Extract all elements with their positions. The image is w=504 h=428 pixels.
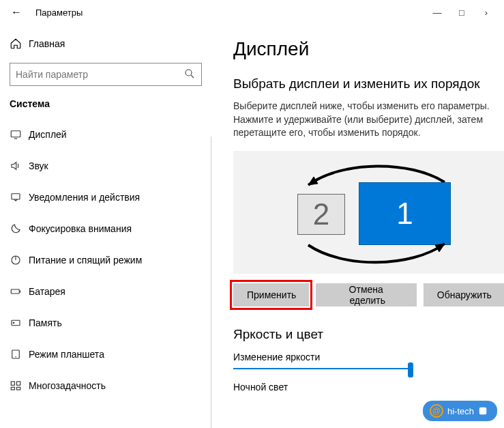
watermark-badge: @ hi-tech bbox=[423, 401, 497, 421]
sidebar-item-notifications[interactable]: Уведомления и действия bbox=[10, 182, 202, 213]
window-title: Параметры bbox=[35, 8, 83, 18]
back-button[interactable]: ← bbox=[5, 6, 27, 18]
svg-point-6 bbox=[13, 322, 14, 324]
power-icon bbox=[10, 254, 29, 266]
cancel-button[interactable]: Отмена еделить bbox=[316, 283, 417, 306]
sidebar-home[interactable]: Главная bbox=[10, 31, 202, 56]
sidebar-item-display[interactable]: Дисплей bbox=[10, 119, 202, 150]
sidebar-item-label: Уведомления и действия bbox=[29, 192, 140, 203]
sidebar-item-battery[interactable]: Батарея bbox=[10, 276, 202, 307]
sidebar-item-label: Память bbox=[29, 317, 62, 328]
sidebar-item-label: Режим планшета bbox=[29, 349, 104, 360]
sidebar-category: Система bbox=[10, 98, 202, 109]
brightness-slider-thumb[interactable] bbox=[408, 362, 413, 377]
tablet-icon bbox=[10, 348, 29, 360]
svg-rect-9 bbox=[17, 382, 20, 385]
home-icon bbox=[10, 38, 29, 50]
sidebar-item-label: Фокусировка внимания bbox=[29, 223, 132, 234]
search-box[interactable] bbox=[10, 63, 202, 86]
sidebar-item-power[interactable]: Питание и спящий режим bbox=[10, 244, 202, 276]
maximize-button[interactable]: □ bbox=[449, 8, 474, 18]
sidebar-item-tablet[interactable]: Режим планшета bbox=[10, 339, 202, 370]
watermark-text: hi-tech bbox=[447, 406, 474, 416]
sidebar-item-label: Питание и спящий режим bbox=[29, 255, 142, 266]
svg-rect-1 bbox=[11, 131, 20, 137]
detect-button[interactable]: Обнаружить bbox=[424, 283, 504, 306]
storage-icon bbox=[10, 317, 29, 329]
svg-rect-4 bbox=[11, 289, 19, 294]
sidebar-item-label: Дисплей bbox=[29, 129, 67, 140]
sidebar-item-label: Звук bbox=[29, 160, 48, 171]
svg-rect-2 bbox=[12, 194, 20, 199]
at-icon: @ bbox=[430, 404, 443, 418]
monitor-2[interactable]: 2 bbox=[297, 194, 345, 235]
next-button[interactable]: › bbox=[474, 8, 499, 18]
minimize-button[interactable]: — bbox=[425, 8, 449, 18]
section-description: Выберите дисплей ниже, чтобы изменить ег… bbox=[233, 100, 504, 140]
apply-button[interactable]: Применить bbox=[233, 283, 309, 306]
night-light-label: Ночной свет bbox=[233, 382, 504, 393]
search-icon bbox=[183, 68, 196, 82]
sidebar-item-storage[interactable]: Память bbox=[10, 307, 202, 339]
search-input[interactable] bbox=[16, 69, 183, 80]
svg-rect-11 bbox=[17, 387, 20, 390]
section-title-arrange: Выбрать дисплеи и изменить их порядок bbox=[233, 76, 504, 91]
brightness-label: Изменение яркости bbox=[233, 352, 504, 362]
sidebar-item-sound[interactable]: Звук bbox=[10, 150, 202, 182]
sound-icon bbox=[10, 160, 29, 172]
brightness-slider[interactable] bbox=[233, 368, 411, 369]
battery-icon bbox=[10, 285, 29, 298]
svg-point-0 bbox=[186, 70, 192, 76]
multitask-icon bbox=[10, 380, 29, 392]
notifications-icon bbox=[10, 191, 29, 203]
monitor-1[interactable]: 1 bbox=[359, 182, 451, 245]
sidebar-item-focus[interactable]: Фокусировка внимания bbox=[10, 213, 202, 244]
page-title: Дисплей bbox=[233, 38, 504, 60]
section-title-brightness: Яркость и цвет bbox=[233, 327, 504, 342]
sidebar-home-label: Главная bbox=[29, 38, 65, 49]
swap-arrow-bottom-icon bbox=[301, 238, 451, 272]
display-arrange-area[interactable]: 2 1 bbox=[233, 151, 504, 274]
svg-rect-12 bbox=[479, 408, 487, 415]
focus-icon bbox=[10, 223, 29, 235]
display-icon bbox=[10, 128, 29, 141]
svg-rect-8 bbox=[11, 382, 14, 385]
sidebar-item-label: Многозадачность bbox=[29, 380, 106, 391]
sidebar-item-label: Батарея bbox=[29, 286, 65, 297]
sidebar-item-multitask[interactable]: Многозадачность bbox=[10, 370, 202, 401]
svg-rect-10 bbox=[11, 387, 14, 390]
vk-icon bbox=[478, 406, 488, 416]
